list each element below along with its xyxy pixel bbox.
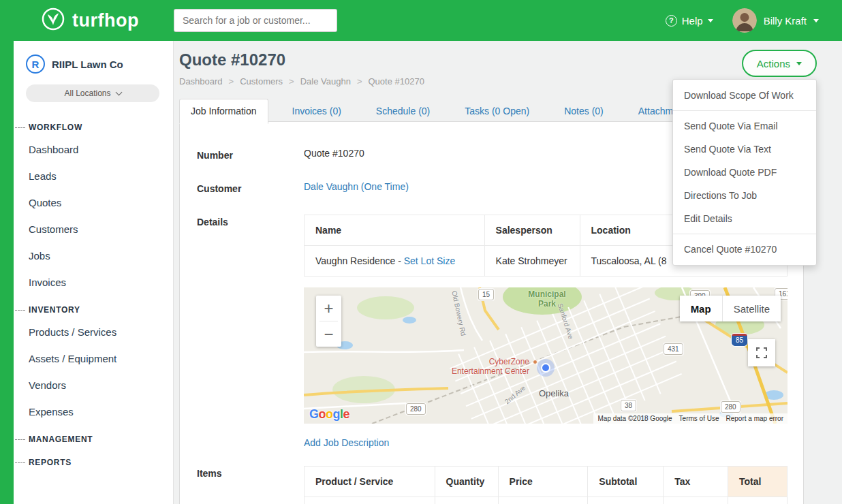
set-lot-size-link[interactable]: Set Lot Size <box>404 255 456 266</box>
customer-label: Customer <box>197 181 304 194</box>
menu-item-send-quote-text[interactable]: Send Quote Via Text <box>673 138 816 161</box>
map-view-button[interactable]: Map <box>680 296 722 321</box>
items-label: Items <box>197 466 304 504</box>
tab-invoices[interactable]: Invoices (0) <box>281 99 352 123</box>
help-icon: ? <box>666 15 677 27</box>
menu-item-directions-to-job[interactable]: Directions To Job <box>673 184 816 207</box>
zoom-out-button[interactable]: − <box>316 321 341 347</box>
tab-job-information[interactable]: Job Information <box>179 99 268 124</box>
map-label-cyberzone: CyberZone Entertainment Center <box>443 357 529 377</box>
satellite-view-button[interactable]: Satellite <box>722 296 781 321</box>
route-shield-280: 280 <box>406 403 426 415</box>
tab-schedule[interactable]: Schedule (0) <box>365 99 441 123</box>
company-header[interactable]: R RIIPL Lawn Co <box>14 41 173 84</box>
customer-type-link[interactable]: (One Time) <box>361 181 409 192</box>
breadcrumb-separator: > <box>289 76 294 86</box>
map-marker-icon <box>541 363 550 373</box>
items-table-row <box>305 497 788 504</box>
turfhop-logo-icon <box>41 7 65 34</box>
map-label-opelika: Opelika <box>539 388 569 398</box>
left-accent-strip <box>0 41 14 504</box>
breadcrumb-separator: > <box>357 76 362 86</box>
map-label-municipal-park: Municipal Park <box>520 290 574 309</box>
interstate-shield-85: 85 <box>732 334 747 346</box>
breadcrumb-customer-name[interactable]: Dale Vaughn <box>300 76 351 86</box>
breadcrumb-customers[interactable]: Customers <box>240 76 283 86</box>
breadcrumb-dashboard[interactable]: Dashboard <box>179 76 223 86</box>
property-name: Vaughn Residence - <box>315 255 401 266</box>
salesperson-value: Kate Strohmeyer <box>484 246 580 277</box>
sidebar-nav: WORKFLOW Dashboard Leads Quotes Customer… <box>14 113 173 471</box>
breadcrumb: Dashboard > Customers > Dale Vaughn > Qu… <box>179 76 424 86</box>
map-data-credit: Map data ©2018 Google <box>597 415 672 422</box>
sidebar-item-assets-equipment[interactable]: Assets / Equipment <box>14 345 173 372</box>
tab-notes[interactable]: Notes (0) <box>553 99 614 123</box>
items-header-tax: Tax <box>664 467 728 497</box>
topbar: turfhop ? Help Billy Kraft <box>0 0 842 41</box>
route-shield-431: 431 <box>664 343 683 355</box>
sidebar-item-vendors[interactable]: Vendors <box>14 372 173 398</box>
google-logo: Google <box>309 407 349 422</box>
menu-divider <box>673 234 816 234</box>
breadcrumb-current: Quote #10270 <box>368 76 424 86</box>
items-header-product-service: Product / Service <box>305 467 435 497</box>
actions-dropdown-menu: Download Scope Of Work Send Quote Via Em… <box>672 79 817 266</box>
details-label: Details <box>197 215 304 466</box>
brand[interactable]: turfhop <box>0 7 174 34</box>
poi-marker-icon <box>533 360 537 364</box>
brand-name: turfhop <box>72 10 139 31</box>
locations-dropdown[interactable]: All Locations <box>26 84 159 102</box>
menu-item-cancel-quote[interactable]: Cancel Quote #10270 <box>673 238 816 261</box>
map-zoom-control: + − <box>316 296 341 347</box>
map-type-control: Map Satellite <box>680 296 781 321</box>
menu-item-send-quote-email[interactable]: Send Quote Via Email <box>673 114 816 138</box>
customer-link[interactable]: Dale Vaughn <box>304 181 358 192</box>
page-title: Quote #10270 <box>179 50 285 69</box>
add-job-description-link[interactable]: Add Job Description <box>304 437 389 448</box>
map[interactable]: Municipal Park CyberZone Entertainment C… <box>304 287 788 424</box>
sidebar-item-quotes[interactable]: Quotes <box>14 189 173 216</box>
sidebar-item-invoices[interactable]: Invoices <box>14 269 173 296</box>
chevron-down-icon <box>708 19 713 22</box>
items-header-price: Price <box>498 467 588 497</box>
items-row: Items Product / Service Quantity Price S… <box>197 466 786 504</box>
details-header-name: Name <box>305 215 485 246</box>
avatar <box>732 8 757 33</box>
sidebar-item-customers[interactable]: Customers <box>14 216 173 242</box>
terms-of-use-link[interactable]: Terms of Use <box>679 415 719 422</box>
zoom-in-button[interactable]: + <box>316 296 341 321</box>
sidebar-item-jobs[interactable]: Jobs <box>14 242 173 269</box>
details-header-salesperson: Salesperson <box>484 215 580 246</box>
sidebar-item-expenses[interactable]: Expenses <box>14 398 173 425</box>
fullscreen-icon <box>756 347 767 358</box>
sidebar: R RIIPL Lawn Co All Locations WORKFLOW D… <box>14 41 174 504</box>
sidebar-item-leads[interactable]: Leads <box>14 163 173 189</box>
menu-divider <box>673 110 816 111</box>
actions-button[interactable]: Actions <box>742 50 817 77</box>
search-input[interactable] <box>174 9 337 32</box>
section-reports: REPORTS <box>14 448 173 471</box>
tab-tasks[interactable]: Tasks (0 Open) <box>454 99 540 123</box>
help-label: Help <box>682 15 703 27</box>
route-shield-15: 15 <box>478 289 494 300</box>
items-header-subtotal: Subtotal <box>588 467 664 497</box>
sidebar-item-products-services[interactable]: Products / Services <box>14 319 173 345</box>
user-name: Billy Kraft <box>764 15 807 27</box>
route-shield-280: 280 <box>721 401 740 413</box>
section-inventory: INVENTORY <box>14 296 173 319</box>
sidebar-item-dashboard[interactable]: Dashboard <box>14 136 173 163</box>
company-name: RIIPL Lawn Co <box>52 59 123 70</box>
report-map-error-link[interactable]: Report a map error <box>726 415 783 422</box>
menu-item-download-quote-pdf[interactable]: Download Quote PDF <box>673 161 816 184</box>
map-attribution: Map data ©2018 Google Terms of Use Repor… <box>593 413 788 424</box>
main-content: Quote #10270 Dashboard > Customers > Dal… <box>174 41 842 504</box>
locations-label: All Locations <box>64 89 110 98</box>
menu-item-download-scope[interactable]: Download Scope Of Work <box>673 84 816 107</box>
topbar-right: ? Help Billy Kraft <box>666 8 842 33</box>
user-menu[interactable]: Billy Kraft <box>732 8 819 33</box>
fullscreen-button[interactable] <box>748 339 775 366</box>
chevron-down-icon <box>813 19 819 22</box>
chevron-down-icon <box>115 89 122 95</box>
help-menu[interactable]: ? Help <box>666 15 713 27</box>
menu-item-edit-details[interactable]: Edit Details <box>673 207 816 230</box>
